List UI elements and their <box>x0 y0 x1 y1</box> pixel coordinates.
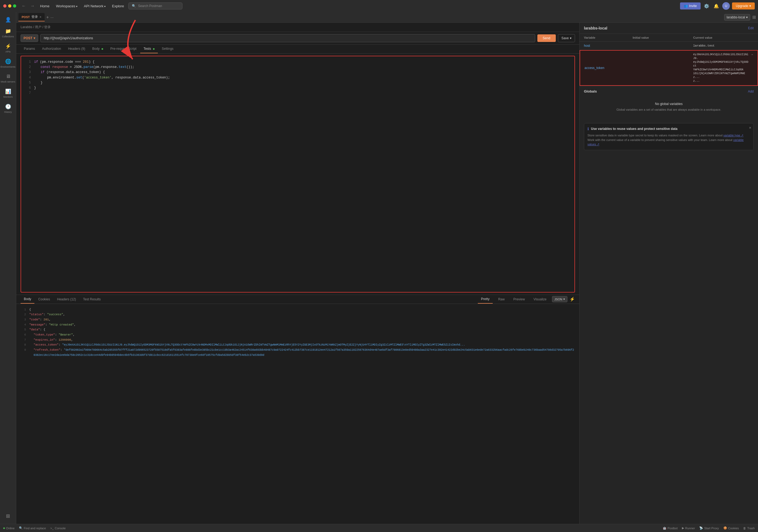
url-bar: POST ▾ Send Save ▾ <box>16 32 579 45</box>
invite-button[interactable]: 👥 Invite <box>680 2 701 10</box>
tab-pre-request[interactable]: Pre-request Script <box>107 45 140 53</box>
grid-icon-button[interactable]: ⊞ <box>752 15 756 20</box>
console-button[interactable]: >_ Console <box>51 527 66 530</box>
account-icon: 👤 <box>5 17 11 23</box>
resp-raw-btn[interactable]: Raw <box>495 295 508 303</box>
back-button[interactable]: ← <box>20 2 27 10</box>
env-panel-title: larabbs-local <box>584 26 607 30</box>
titlebar: ← → Home Workspaces API Network Explore … <box>0 0 758 12</box>
tab-headers[interactable]: Headers (9) <box>65 45 88 53</box>
no-globals-message: No global variables Global variables are… <box>584 97 754 116</box>
tip-icon: ℹ <box>587 127 589 131</box>
resp-line-3: 3 "code": 201, <box>20 317 575 322</box>
invite-icon: 👥 <box>684 4 688 8</box>
resp-tab-headers[interactable]: Headers (12) <box>54 295 79 303</box>
sidebar-item-mock-servers[interactable]: 🖥 Mock servers <box>0 71 16 86</box>
sidebar-item-bottom[interactable]: ⊞ <box>0 510 16 522</box>
cookies-button[interactable]: 🍪 Cookies <box>723 526 739 530</box>
explore-nav[interactable]: Explore <box>110 4 126 8</box>
avatar[interactable]: U <box>722 2 730 10</box>
save-button[interactable]: Save ▾ <box>558 34 575 42</box>
home-nav[interactable]: Home <box>38 4 52 8</box>
sidebar-item-account[interactable]: 👤 <box>0 14 16 25</box>
env-panel-header: larabbs-local Edit <box>580 23 758 34</box>
console-icon: >_ <box>51 527 54 530</box>
minimize-button[interactable] <box>8 4 11 8</box>
start-proxy-button[interactable]: 📡 Start Proxy <box>699 526 719 530</box>
resp-tab-test-results[interactable]: Test Results <box>80 295 104 303</box>
resp-line-1: 1 { <box>20 307 575 312</box>
runner-button[interactable]: ▶ Runner <box>682 526 695 530</box>
resp-tab-cookies[interactable]: Cookies <box>35 295 53 303</box>
sidebar-item-apis[interactable]: ⚡ APIs <box>0 41 16 56</box>
method-label: POST <box>23 36 32 40</box>
resp-line-6: 6 "token_type": "Bearer", <box>20 332 575 337</box>
console-label: Console <box>55 527 65 530</box>
tab-body[interactable]: Body <box>89 45 107 53</box>
request-left: Larabbs / 用户 / 登录 POST ▾ Send Save ▾ <box>16 23 579 524</box>
code-editor[interactable]: 1 if (pm.response.code === 201) { 2 cons… <box>20 56 575 292</box>
tab-params[interactable]: Params <box>20 45 38 53</box>
resp-pretty-btn[interactable]: Pretty <box>478 295 493 304</box>
find-replace-button[interactable]: 🔍 Find and replace <box>19 526 46 530</box>
env-selector[interactable]: larabbs-local ▾ <box>724 14 750 20</box>
format-select[interactable]: JSON ▾ <box>552 296 568 302</box>
tip-body: Store sensitive data in variable type se… <box>587 133 750 147</box>
resp-preview-btn[interactable]: Preview <box>510 295 528 303</box>
tab-add-button[interactable]: + <box>45 15 51 20</box>
sidebar-item-environments[interactable]: 🌐 Environments <box>0 56 16 71</box>
environments-icon: 🌐 <box>5 58 11 64</box>
tab-more-button[interactable]: ··· <box>51 15 53 19</box>
request-tab[interactable]: POST 登录 × <box>18 13 45 21</box>
send-button[interactable]: Send <box>537 34 556 42</box>
url-input[interactable] <box>40 34 535 42</box>
tab-authorization[interactable]: Authorization <box>39 45 64 53</box>
resp-line-7: 7 "expires_in": 1296000, <box>20 337 575 343</box>
sidebar-item-history[interactable]: 🕐 History <box>0 101 16 116</box>
forward-button[interactable]: → <box>29 2 36 10</box>
globals-title: Globals <box>584 89 597 93</box>
status-online[interactable]: Online <box>3 527 15 530</box>
body-dot <box>102 48 103 50</box>
breadcrumb-path[interactable]: Larabbs / 用户 / 登录 <box>20 25 51 29</box>
workspaces-nav[interactable]: Workspaces <box>54 4 80 8</box>
format-label: JSON <box>554 298 562 301</box>
search-bar[interactable]: 🔍 Search Postman <box>128 2 183 10</box>
globals-add-button[interactable]: Add <box>748 89 754 93</box>
proxy-icon: 📡 <box>699 526 703 530</box>
sidebar-item-monitors[interactable]: 📊 Monitors <box>0 86 16 101</box>
tip-variable-type-link[interactable]: variable type ↗ <box>723 134 743 137</box>
method-select[interactable]: POST ▾ <box>20 34 38 42</box>
tests-dot <box>153 48 155 50</box>
env-edit-token-icon[interactable]: ✏️ <box>751 53 753 56</box>
start-proxy-label: Start Proxy <box>704 527 719 530</box>
env-edit-button[interactable]: Edit <box>748 26 754 30</box>
tip-header: ℹ Use variables to reuse values and prot… <box>587 127 750 131</box>
response-tabs: Body Cookies Headers (12) Test Results P… <box>16 295 579 304</box>
settings-button[interactable]: ⚙️ <box>703 2 710 10</box>
resp-filter-button[interactable]: ⚡ <box>569 297 575 302</box>
tab-settings[interactable]: Settings <box>158 45 177 53</box>
titlebar-right: 👥 Invite ⚙️ 🔔 U Upgrade ▾ <box>680 2 755 10</box>
tab-tests[interactable]: Tests <box>140 45 158 53</box>
online-label: Online <box>6 527 15 530</box>
code-line-6: 6 } <box>25 85 570 91</box>
maximize-button[interactable] <box>13 4 16 8</box>
tab-title: 登录 <box>31 15 38 19</box>
resp-tab-body[interactable]: Body <box>20 295 34 304</box>
tip-close-button[interactable]: × <box>749 125 751 130</box>
tip-title: Use variables to reuse values and protec… <box>591 127 677 131</box>
tab-close-button[interactable]: × <box>40 15 41 19</box>
status-right: 🤖 Postbot ▶ Runner 📡 Start Proxy 🍪 Cooki… <box>663 526 755 530</box>
postbot-button[interactable]: 🤖 Postbot <box>663 526 677 530</box>
notifications-button[interactable]: 🔔 <box>712 2 720 10</box>
upgrade-button[interactable]: Upgrade ▾ <box>732 2 755 10</box>
resp-visualize-btn[interactable]: Visualize <box>530 295 550 303</box>
code-line-5: 5 } <box>25 81 570 85</box>
close-button[interactable] <box>3 4 7 8</box>
api-network-nav[interactable]: API Network <box>82 4 108 8</box>
tab-method: POST <box>22 16 30 19</box>
mock-servers-icon: 🖥 <box>6 74 11 79</box>
trash-button[interactable]: 🗑 Trash <box>743 527 755 530</box>
sidebar-item-collections[interactable]: 📁 Collections <box>0 25 16 41</box>
